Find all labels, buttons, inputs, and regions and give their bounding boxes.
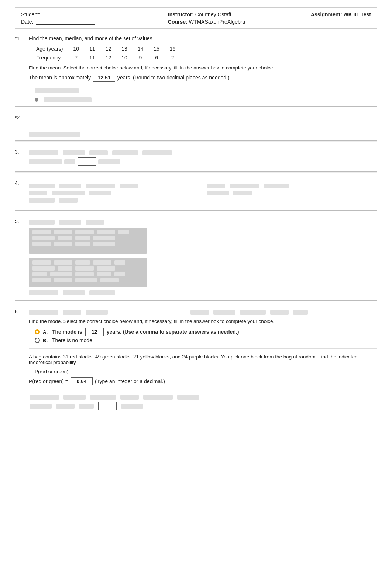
q3-blurred-row-1	[29, 150, 377, 155]
instructor-name: Courtney Ostaff	[195, 11, 231, 17]
table-row-headers: Age (years) 10 11 12 13 14 15 16	[35, 44, 180, 53]
q6-prob-eq-label: P(red or green) =	[29, 378, 68, 384]
date-label: Date:	[21, 19, 33, 25]
q6-number: 6.	[15, 309, 26, 388]
assignment-info: Assignment: WK 31 Test	[311, 11, 371, 17]
page-header: Student: Date: Instructor: Courtney Osta…	[15, 7, 377, 29]
q4-body	[29, 180, 377, 206]
course-name: WTMASaxonPreAlgebra	[189, 19, 245, 25]
q6-prob-answer-row: P(red or green) = 0.64 (Type an integer …	[29, 377, 377, 385]
question-2: *2.	[15, 115, 377, 142]
q3-answer-row	[29, 157, 377, 166]
q1-data-table: Age (years) 10 11 12 13 14 15 16 Frequen…	[35, 44, 180, 62]
q6-body: Find the mode. Select the correct choice…	[29, 309, 377, 388]
q6-find-mode-text: Find the mode. Select the correct choice…	[29, 319, 377, 324]
q1-mean-answer-row: The mean is approximately 12.51 years. (…	[29, 74, 377, 82]
bottom-blurred-area	[15, 395, 377, 410]
blurred-block-2	[44, 97, 92, 102]
table-row-frequency: Frequency 7 11 12 10 9 6 2	[35, 53, 180, 62]
q5-divider	[15, 300, 377, 301]
q2-number: *2.	[15, 115, 26, 137]
q1-number: *1.	[15, 35, 26, 102]
instructor-label: Instructor:	[168, 11, 194, 17]
q4-number: 4.	[15, 180, 26, 206]
q6-option-a-suffix: years. (Use a comma to separate answers …	[107, 329, 239, 335]
q5-body	[29, 218, 377, 296]
q6-option-b-text: There is no mode.	[52, 337, 94, 343]
blurred-block-1	[35, 88, 79, 93]
q2-body	[29, 115, 377, 137]
date-field[interactable]	[36, 19, 95, 25]
q2-blurred-1	[29, 132, 80, 137]
q6-option-b[interactable]: B. There is no mode.	[35, 337, 377, 343]
q5-blurred-table-1	[29, 228, 147, 254]
q3-number: 3.	[15, 149, 26, 168]
q1-mean-suffix: years. (Round to two decimal places as n…	[117, 75, 230, 81]
question-1: *1. Find the mean, median, and mode of t…	[15, 35, 377, 107]
question-6: 6. Find the mode. Select the correct cho…	[15, 309, 377, 410]
q1-blurred-area	[35, 88, 377, 102]
student-info: Student: Date:	[21, 11, 102, 25]
q6-option-a[interactable]: A. The mode is 12 years. (Use a comma to…	[35, 328, 377, 336]
q6-bag-text: A bag contains 31 red blocks, 49 green b…	[29, 354, 377, 365]
q6-inner-divider	[29, 348, 377, 349]
col-age: Age (years)	[35, 44, 68, 53]
q4-divider	[15, 210, 377, 211]
q6-option-b-label: B.	[43, 338, 48, 343]
q6-prob-value[interactable]: 0.64	[71, 377, 93, 385]
col-frequency: Frequency	[35, 53, 68, 62]
q6-prob-label: P(red or green)	[35, 369, 377, 374]
q5-number: 5.	[15, 218, 26, 296]
q6-prob-suffix: (Type an integer or a decimal.)	[95, 378, 165, 384]
q6-option-a-label: A.	[43, 329, 48, 335]
q3-answer-box[interactable]	[78, 157, 96, 166]
question-5: 5.	[15, 218, 377, 301]
q6-mode-value[interactable]: 12	[85, 328, 104, 336]
q1-instruction: Find the mean, median, and mode of the s…	[29, 35, 377, 41]
q2-divider	[15, 140, 377, 142]
q1-body: Find the mean, median, and mode of the s…	[29, 35, 377, 102]
student-field[interactable]	[43, 11, 102, 17]
q6-radio-b[interactable]	[35, 338, 40, 343]
q1-divider	[15, 106, 377, 107]
q1-mean-label: The mean is approximately	[29, 75, 91, 81]
assignment-name: WK 31 Test	[344, 11, 371, 17]
q6-blurred-row	[29, 310, 377, 315]
bullet-icon	[35, 98, 38, 102]
q5-blurred-table-2	[29, 258, 147, 288]
bottom-answer-box[interactable]	[98, 402, 117, 410]
question-3: 3.	[15, 149, 377, 173]
q6-radio-a[interactable]	[35, 329, 40, 334]
q3-divider	[15, 171, 377, 173]
course-label: Course:	[168, 19, 188, 25]
q3-body	[29, 149, 377, 168]
student-label: Student:	[21, 11, 40, 17]
instructor-info: Instructor: Courtney Ostaff Course: WTMA…	[168, 11, 245, 25]
q1-mean-value[interactable]: 12.51	[93, 74, 115, 82]
q1-find-mean-text: Find the mean. Select the correct choice…	[29, 65, 377, 71]
q6-option-a-prefix: The mode is	[52, 329, 82, 335]
question-4: 4.	[15, 180, 377, 211]
assignment-label: Assignment:	[311, 11, 342, 17]
q4-blurred-area	[29, 182, 377, 204]
